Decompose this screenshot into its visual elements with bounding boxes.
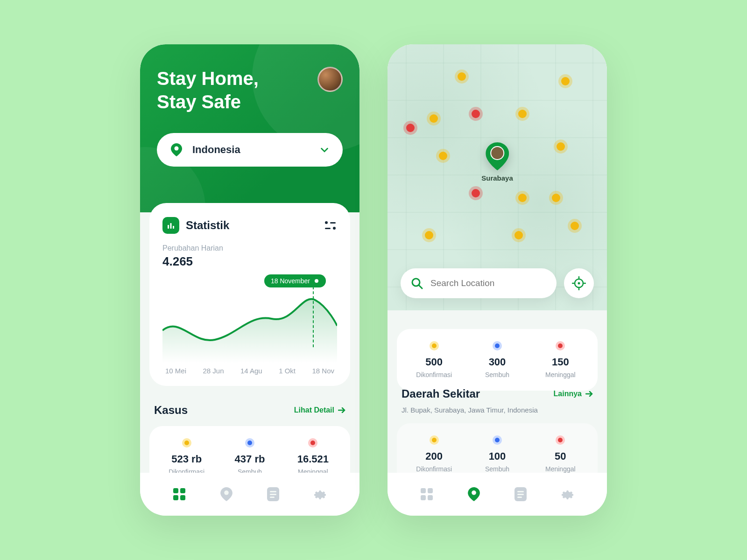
svg-rect-23 (421, 488, 426, 493)
stat-recovered: 100 Sembuh (465, 435, 529, 473)
search-input[interactable] (430, 278, 546, 288)
stat-recovered: 437 rb Sembuh (218, 438, 281, 476)
country-label: Indonesia (192, 144, 310, 156)
stat-label: Dikonfirmasi (402, 465, 465, 473)
stats-icon (162, 217, 179, 234)
change-label: Perubahan Harian (162, 244, 337, 252)
map-marker-red[interactable] (472, 189, 480, 197)
svg-point-18 (578, 282, 580, 285)
svg-rect-12 (270, 497, 275, 498)
svg-point-0 (175, 147, 179, 151)
svg-rect-3 (173, 226, 174, 229)
svg-rect-11 (270, 494, 276, 495)
nav-list-icon[interactable] (513, 486, 529, 502)
stat-value: 523 rb (155, 453, 218, 465)
svg-rect-2 (170, 223, 172, 229)
stat-value: 200 (402, 450, 465, 462)
stat-deaths: 150 Meninggal (529, 341, 592, 378)
hero-line2: Stay Safe (157, 91, 241, 112)
x-tick: 14 Agu (240, 367, 262, 375)
dot-yellow-icon (182, 438, 191, 448)
bottom-nav (388, 473, 607, 516)
svg-rect-29 (517, 491, 524, 492)
svg-rect-4 (173, 488, 178, 493)
detail-link[interactable]: Lihat Detail (294, 406, 345, 414)
nav-map-icon[interactable] (218, 486, 234, 502)
svg-rect-1 (168, 225, 169, 229)
search-box[interactable] (401, 268, 557, 298)
stat-deaths: 50 Meninggal (529, 435, 592, 473)
stat-label: Meninggal (529, 465, 592, 473)
current-location-pin[interactable]: Surabaya (481, 142, 513, 182)
stat-recovered: 300 Sembuh (465, 341, 529, 378)
svg-rect-26 (428, 495, 433, 500)
arrow-right-icon (338, 407, 345, 413)
nav-dashboard-icon[interactable] (171, 486, 187, 502)
nearby-link-label: Lainnya (554, 390, 582, 398)
pin-icon (170, 143, 183, 156)
chart-date-tag: 18 November (264, 274, 326, 287)
avatar[interactable] (317, 67, 343, 92)
stat-label: Sembuh (465, 371, 529, 378)
stat-confirmed: 200 Dikonfirmasi (402, 435, 465, 473)
dot-red-icon (556, 341, 565, 350)
chevron-down-icon (319, 145, 330, 155)
x-tick: 18 Nov (312, 367, 334, 375)
stat-value: 50 (529, 450, 592, 462)
map-marker-yellow[interactable] (518, 110, 527, 118)
hero-section: Stay Home, Stay Safe Indonesia (140, 44, 359, 212)
stat-value: 437 rb (218, 453, 281, 465)
country-select[interactable]: Indonesia (157, 133, 343, 167)
map[interactable]: Surabaya (388, 44, 607, 310)
stat-confirmed: 523 rb Dikonfirmasi (155, 438, 218, 476)
dot-yellow-icon (430, 341, 439, 350)
map-marker-yellow[interactable] (439, 152, 447, 160)
dot-blue-icon (493, 435, 502, 445)
bottom-nav (140, 473, 359, 516)
map-marker-yellow[interactable] (514, 231, 523, 239)
filter-icon[interactable] (325, 221, 337, 230)
map-marker-yellow[interactable] (430, 114, 438, 123)
svg-rect-30 (517, 494, 524, 495)
location-stats-card: 500 Dikonfirmasi 300 Sembuh 150 Meningga… (397, 320, 598, 391)
map-marker-yellow[interactable] (552, 194, 560, 202)
stat-deaths: 16.521 Meninggal (282, 438, 345, 476)
stat-label: Sembuh (465, 465, 529, 473)
map-marker-yellow[interactable] (458, 72, 466, 81)
dot-red-icon (556, 435, 565, 445)
change-value: 4.265 (162, 254, 337, 269)
date-tag-label: 18 November (271, 277, 310, 285)
map-marker-red[interactable] (472, 110, 480, 118)
dot-blue-icon (493, 341, 502, 350)
nearby-section: Daerah Sekitar Lainnya Jl. Bupak, Suraba… (397, 387, 598, 485)
map-marker-yellow[interactable] (561, 77, 570, 85)
map-marker-yellow[interactable] (425, 231, 433, 239)
nearby-link[interactable]: Lainnya (554, 390, 593, 398)
nav-settings-icon[interactable] (560, 486, 576, 502)
nav-settings-icon[interactable] (312, 486, 328, 502)
dot-blue-icon (245, 438, 254, 448)
svg-point-27 (472, 490, 476, 495)
svg-rect-5 (180, 488, 185, 493)
map-marker-yellow[interactable] (571, 222, 579, 230)
svg-rect-24 (428, 488, 433, 493)
map-marker-yellow[interactable] (557, 142, 565, 151)
detail-link-label: Lihat Detail (294, 406, 334, 414)
line-chart[interactable]: 18 November (162, 274, 337, 363)
map-marker-red[interactable] (406, 124, 415, 132)
stat-value: 100 (465, 450, 529, 462)
svg-point-14 (491, 147, 503, 159)
arrow-right-icon (585, 391, 593, 397)
stat-label: Dikonfirmasi (402, 371, 465, 378)
nearby-title: Daerah Sekitar (402, 387, 480, 400)
chart-x-axis: 10 Mei 28 Jun 14 Agu 1 Okt 18 Nov (162, 367, 337, 375)
nav-map-icon[interactable] (466, 486, 482, 502)
svg-rect-25 (421, 495, 426, 500)
statistics-card: Statistik Perubahan Harian 4.265 18 Nove… (149, 203, 350, 386)
locate-button[interactable] (564, 268, 594, 298)
map-marker-yellow[interactable] (518, 194, 527, 202)
hero-title: Stay Home, Stay Safe (157, 67, 343, 113)
phone-map: Surabaya 500 Dikonfirmasi 300 Sembuh (388, 44, 607, 516)
nav-dashboard-icon[interactable] (419, 486, 435, 502)
nav-list-icon[interactable] (265, 486, 281, 502)
